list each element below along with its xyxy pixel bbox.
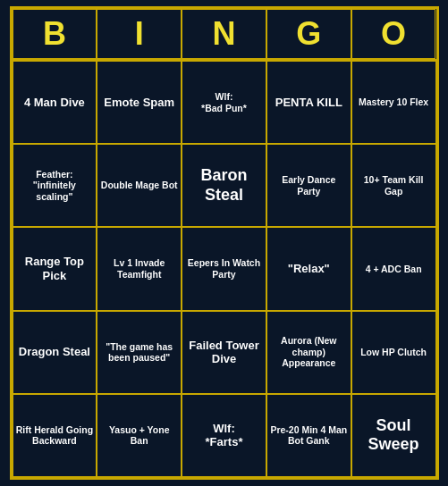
bingo-card: B I N G O 4 Man DiveEmote SpamWlf: *Bad … xyxy=(10,6,439,480)
bingo-cell-12[interactable]: Eepers In Watch Party xyxy=(182,227,266,310)
bingo-cell-8[interactable]: Early Dance Party xyxy=(266,144,351,227)
bingo-cell-9[interactable]: 10+ Team Kill Gap xyxy=(351,144,436,227)
bingo-cell-14[interactable]: 4 + ADC Ban xyxy=(351,227,436,310)
bingo-cell-13[interactable]: "Relax" xyxy=(266,227,351,310)
bingo-cell-19[interactable]: Low HP Clutch xyxy=(351,311,436,394)
bingo-cell-5[interactable]: Feather: "infinitely scaling" xyxy=(13,144,97,227)
bingo-cell-17[interactable]: Failed Tower Dive xyxy=(182,311,266,394)
bingo-cell-3[interactable]: PENTA KILL xyxy=(266,61,351,144)
letter-n: N xyxy=(182,9,266,59)
bingo-cell-10[interactable]: Range Top Pick xyxy=(13,227,97,310)
letter-i: I xyxy=(97,9,182,59)
bingo-cell-1[interactable]: Emote Spam xyxy=(97,61,182,144)
letter-b: B xyxy=(13,9,97,59)
bingo-cell-20[interactable]: Rift Herald Going Backward xyxy=(13,394,97,477)
bingo-cell-18[interactable]: Aurora (New champ) Appearance xyxy=(266,311,351,394)
bingo-cell-23[interactable]: Pre-20 Min 4 Man Bot Gank xyxy=(266,394,351,477)
bingo-cell-11[interactable]: Lv 1 Invade Teamfight xyxy=(97,227,182,310)
letter-g: G xyxy=(266,9,351,59)
bingo-header: B I N G O xyxy=(13,9,436,59)
bingo-cell-0[interactable]: 4 Man Dive xyxy=(13,61,97,144)
bingo-cell-21[interactable]: Yasuo + Yone Ban xyxy=(97,394,182,477)
bingo-cell-16[interactable]: "The game has been paused" xyxy=(97,311,182,394)
letter-o: O xyxy=(351,9,436,59)
bingo-cell-2[interactable]: Wlf: *Bad Pun* xyxy=(182,61,266,144)
bingo-cell-7[interactable]: Baron Steal xyxy=(182,144,266,227)
bingo-cell-4[interactable]: Mastery 10 Flex xyxy=(351,61,436,144)
bingo-grid: 4 Man DiveEmote SpamWlf: *Bad Pun*PENTA … xyxy=(13,59,436,477)
bingo-cell-22[interactable]: Wlf: *Farts* xyxy=(182,394,266,477)
bingo-cell-15[interactable]: Dragon Steal xyxy=(13,311,97,394)
bingo-cell-24[interactable]: Soul Sweep xyxy=(351,394,436,477)
bingo-cell-6[interactable]: Double Mage Bot xyxy=(97,144,182,227)
